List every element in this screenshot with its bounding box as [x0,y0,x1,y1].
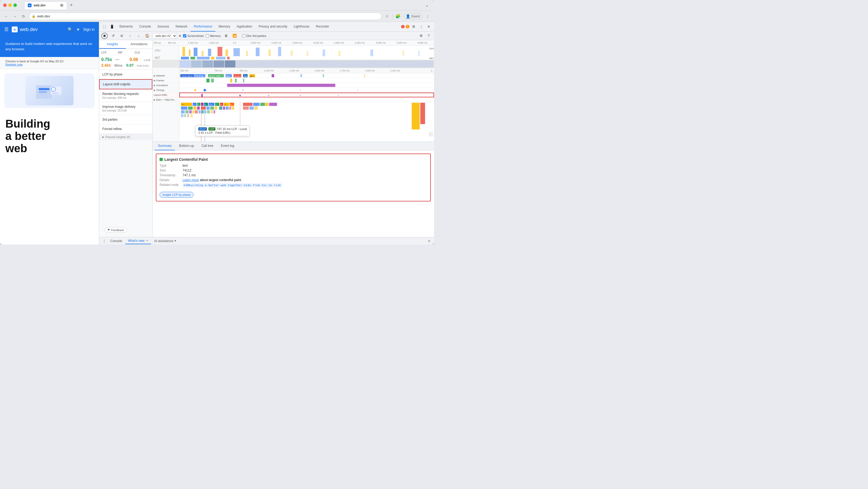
svg-text:✓: ✓ [53,88,55,91]
tab-annotations[interactable]: Annotations [126,40,153,49]
lcp-dot [159,158,163,161]
ruler-mark-6: 3,492 ms [266,41,287,44]
tab-summary[interactable]: Summary [155,142,175,150]
lcp-phase-insight-button[interactable]: Insight LCP by phase [159,192,193,198]
new-tab-button[interactable]: + [68,2,75,9]
inspect-element-button[interactable]: ⬚ [101,24,108,30]
dim-3rd-toggle[interactable]: Dim 3rd parties [242,34,267,37]
close-button[interactable] [3,3,7,7]
profile-dropdown-icon[interactable]: ▾ [179,34,181,38]
frames-track-label[interactable]: ▶ Frames [153,78,179,83]
forward-button[interactable]: → [12,13,18,20]
svg-rect-55 [235,79,237,82]
insight-image-delivery[interactable]: Improve image delivery Est savings: 25.0… [99,102,152,115]
insight-title: Render blocking requests [102,92,149,96]
tab-network[interactable]: Network [173,22,190,32]
record-button[interactable]: ⏺ [101,33,108,39]
network-throttle-button[interactable]: 📶 [231,33,238,39]
svg-text:(...: (... [216,104,218,106]
devtools-close-button[interactable]: ✕ [426,24,432,30]
tab-insights[interactable]: Insights [99,40,126,49]
tab-console[interactable]: Console [136,22,154,32]
tab-call-tree[interactable]: Call tree [198,142,217,150]
hamburger-icon[interactable]: ☰ [4,27,8,32]
summary-type-row: Type text [159,164,427,168]
download-button[interactable]: ↓ [135,33,142,39]
hero-section: Building a better web [0,112,99,160]
window-controls-icon[interactable]: ⌄ [425,3,429,8]
reload-button[interactable]: ↻ [20,13,27,20]
browser-tab-webdev[interactable]: w web.dev ✕ [24,1,67,9]
tab-memory[interactable]: Memory [215,22,233,32]
register-link[interactable]: Register now [5,63,23,66]
address-bar[interactable]: 🔒 web.dev [29,12,382,20]
insight-subtitle: Est savings: 408 ms [102,96,149,99]
svg-point-67 [268,95,269,96]
perf-settings-button[interactable]: ⚙ [418,33,424,39]
memory-checkbox[interactable] [206,34,209,37]
feedback-button[interactable]: ⚑ Feedback [104,227,127,233]
screenshots-toggle[interactable]: Screenshots [183,34,204,37]
passed-insights-toggle[interactable]: ▶ Passed insights (6) [99,134,152,140]
timings-chevron: ▶ [154,89,156,91]
insight-lcp-by-phase[interactable]: LCP by phase [99,70,152,79]
extensions-button[interactable]: 🧩 [395,13,401,20]
tab-sources[interactable]: Sources [154,22,173,32]
memory-toggle[interactable]: Memory [206,34,221,37]
clear-button[interactable]: ⊘ [118,33,125,39]
back-button[interactable]: ← [3,13,10,20]
whats-new-close-icon[interactable]: ✕ [146,239,148,242]
tab-application[interactable]: Application [233,22,255,32]
signin-button[interactable]: Sign in [83,27,95,32]
insight-render-blocking[interactable]: Render blocking requests Est savings: 40… [99,89,152,102]
devtools-settings-button[interactable]: ⚙ [410,24,417,30]
status-tab-whats-new[interactable]: What's new ✕ [125,238,151,244]
tab-bottom-up[interactable]: Bottom-up [176,142,197,150]
devtools-more-button[interactable]: ⋮ [418,24,424,30]
profile-select[interactable]: web.dev #2 [153,33,177,38]
search-icon[interactable]: 🔍 [68,27,73,32]
more-button[interactable]: ⋮ [424,13,431,20]
maximize-button[interactable] [13,3,17,7]
timings-track-label[interactable]: ▶ Timings [153,88,179,92]
perf-help-button[interactable]: ? [426,33,432,39]
tab-close-button[interactable]: ✕ [60,3,64,7]
status-bar-close-icon[interactable]: ✕ [428,239,431,243]
cpu-throttle-button[interactable]: 🖥 [223,33,229,39]
insight-forced-reflow[interactable]: Forced reflow [99,124,152,134]
webpage-logo[interactable]: w web.dev [12,27,38,32]
insight-layout-shift-culprits[interactable]: Layout shift culprits [99,79,152,89]
network-track: ome-blue_720.png... ature_480... dev ne … [179,73,434,78]
reload-profile-button[interactable]: ↺ [110,33,116,39]
dim-3rd-checkbox[interactable] [242,34,245,37]
tab-elements[interactable]: Elements [116,22,136,32]
device-toolbar-button[interactable]: 📱 [109,24,115,30]
theme-toggle-icon[interactable]: ☀ [76,27,80,32]
bookmark-button[interactable]: ☆ [384,13,390,20]
timeline-content[interactable]: CPU [179,46,434,142]
learn-more-link[interactable]: Learn more [183,178,199,182]
tab-performance[interactable]: Performance [190,22,215,32]
main-track-label[interactable]: ▶ Main — https://web.dev/ [153,97,179,102]
status-tab-console[interactable]: Console [108,238,125,244]
tab-lighthouse[interactable]: Lighthouse [290,22,313,32]
svg-rect-50 [322,74,324,77]
animations-track-label[interactable]: ▶ Animations [153,83,179,88]
tab-event-log[interactable]: Event log [218,142,237,150]
webpage-navbar: ☰ w web.dev 🔍 ☀ Sign in [0,22,99,37]
minimize-button[interactable] [8,3,12,7]
home-button[interactable]: 🏠 [144,33,151,39]
upload-button[interactable]: ↑ [127,33,133,39]
status-tab-ai[interactable]: AI assistance ✦ [152,238,179,244]
screenshots-checkbox[interactable] [183,34,186,37]
tab-recorder[interactable]: Recorder [313,22,332,32]
console-menu-icon[interactable]: ⋮ [102,239,106,243]
dim-3rd-label: Dim 3rd parties [246,34,267,37]
bottom-tab-bar: Summary Bottom-up Call tree Event log [153,142,434,150]
tab-privacy[interactable]: Privacy and security [255,22,290,32]
insight-3rd-parties[interactable]: 3rd parties [99,115,152,124]
profile-button[interactable]: 👤 Guest [403,13,422,20]
network-track-label[interactable]: ▶ Network [153,73,179,78]
summary-panel: Largest Contentful Paint Type text Size … [153,150,434,237]
timeline-area[interactable]: 492 μs 992 ms 1,492 ms 1,992 ms 2,4 2,99… [153,40,434,142]
